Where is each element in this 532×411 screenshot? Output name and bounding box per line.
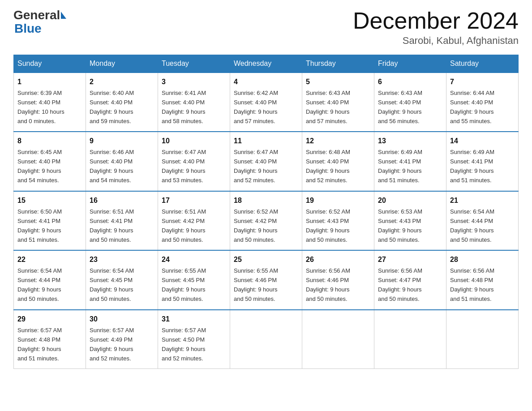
weekday-header-row: Sunday Monday Tuesday Wednesday Thursday… — [14, 55, 519, 73]
day-number: 17 — [162, 195, 226, 206]
day-number: 16 — [90, 195, 154, 206]
day-number: 31 — [162, 314, 226, 325]
day-number: 3 — [162, 77, 226, 88]
day-info: Sunrise: 6:51 AMSunset: 4:42 PMDaylight:… — [162, 208, 206, 243]
page-header: General Blue December 2024 Sarobi, Kabul… — [13, 9, 519, 47]
day-number: 26 — [306, 254, 370, 265]
calendar-day-cell: 14Sunrise: 6:49 AMSunset: 4:41 PMDayligh… — [446, 132, 519, 191]
calendar-week-row: 8Sunrise: 6:45 AMSunset: 4:40 PMDaylight… — [14, 132, 519, 191]
location-title: Sarobi, Kabul, Afghanistan — [353, 35, 519, 47]
day-number: 7 — [450, 77, 515, 88]
calendar-day-cell: 8Sunrise: 6:45 AMSunset: 4:40 PMDaylight… — [14, 132, 86, 191]
day-info: Sunrise: 6:52 AMSunset: 4:42 PMDaylight:… — [234, 208, 278, 243]
header-wednesday: Wednesday — [230, 55, 302, 73]
day-number: 23 — [90, 254, 154, 265]
calendar-day-cell: 23Sunrise: 6:54 AMSunset: 4:45 PMDayligh… — [86, 250, 158, 309]
day-number: 8 — [17, 136, 82, 147]
day-info: Sunrise: 6:48 AMSunset: 4:40 PMDaylight:… — [306, 149, 350, 184]
header-thursday: Thursday — [302, 55, 374, 73]
title-area: December 2024 Sarobi, Kabul, Afghanistan — [353, 9, 519, 47]
day-number: 13 — [378, 136, 442, 147]
header-sunday: Sunday — [14, 55, 86, 73]
day-number: 12 — [306, 136, 370, 147]
calendar-day-cell: 29Sunrise: 6:57 AMSunset: 4:48 PMDayligh… — [14, 310, 86, 369]
day-number: 28 — [450, 254, 515, 265]
calendar-day-cell: 6Sunrise: 6:43 AMSunset: 4:40 PMDaylight… — [374, 73, 446, 132]
calendar-day-cell: 2Sunrise: 6:40 AMSunset: 4:40 PMDaylight… — [86, 73, 158, 132]
day-info: Sunrise: 6:53 AMSunset: 4:43 PMDaylight:… — [378, 208, 422, 243]
calendar-day-cell: 26Sunrise: 6:56 AMSunset: 4:46 PMDayligh… — [302, 250, 374, 309]
calendar-day-cell: 25Sunrise: 6:55 AMSunset: 4:46 PMDayligh… — [230, 250, 302, 309]
day-number: 11 — [234, 136, 298, 147]
calendar-day-cell: 24Sunrise: 6:55 AMSunset: 4:45 PMDayligh… — [158, 250, 230, 309]
day-info: Sunrise: 6:46 AMSunset: 4:40 PMDaylight:… — [90, 149, 134, 184]
calendar-day-cell: 19Sunrise: 6:52 AMSunset: 4:43 PMDayligh… — [302, 191, 374, 250]
calendar-day-cell: 3Sunrise: 6:41 AMSunset: 4:40 PMDaylight… — [158, 73, 230, 132]
day-info: Sunrise: 6:56 AMSunset: 4:47 PMDaylight:… — [378, 267, 422, 302]
header-friday: Friday — [374, 55, 446, 73]
header-tuesday: Tuesday — [158, 55, 230, 73]
calendar-day-cell — [374, 310, 446, 369]
calendar-day-cell: 21Sunrise: 6:54 AMSunset: 4:44 PMDayligh… — [446, 191, 519, 250]
day-info: Sunrise: 6:39 AMSunset: 4:40 PMDaylight:… — [17, 90, 64, 124]
logo-general: General — [13, 9, 66, 21]
calendar-day-cell: 5Sunrise: 6:43 AMSunset: 4:40 PMDaylight… — [302, 73, 374, 132]
day-number: 18 — [234, 195, 298, 206]
day-info: Sunrise: 6:45 AMSunset: 4:40 PMDaylight:… — [17, 149, 62, 184]
calendar-day-cell: 10Sunrise: 6:47 AMSunset: 4:40 PMDayligh… — [158, 132, 230, 191]
calendar-day-cell: 7Sunrise: 6:44 AMSunset: 4:40 PMDaylight… — [446, 73, 519, 132]
day-number: 14 — [450, 136, 515, 147]
day-info: Sunrise: 6:52 AMSunset: 4:43 PMDaylight:… — [306, 208, 350, 243]
day-info: Sunrise: 6:56 AMSunset: 4:46 PMDaylight:… — [306, 267, 350, 302]
day-number: 5 — [306, 77, 370, 88]
calendar-day-cell: 18Sunrise: 6:52 AMSunset: 4:42 PMDayligh… — [230, 191, 302, 250]
header-saturday: Saturday — [446, 55, 519, 73]
day-info: Sunrise: 6:42 AMSunset: 4:40 PMDaylight:… — [234, 90, 278, 124]
calendar-week-row: 15Sunrise: 6:50 AMSunset: 4:41 PMDayligh… — [14, 191, 519, 250]
calendar-day-cell: 13Sunrise: 6:49 AMSunset: 4:41 PMDayligh… — [374, 132, 446, 191]
day-info: Sunrise: 6:49 AMSunset: 4:41 PMDaylight:… — [378, 149, 422, 184]
calendar-day-cell: 1Sunrise: 6:39 AMSunset: 4:40 PMDaylight… — [14, 73, 86, 132]
day-number: 27 — [378, 254, 442, 265]
day-number: 4 — [234, 77, 298, 88]
day-number: 30 — [90, 314, 154, 325]
day-info: Sunrise: 6:47 AMSunset: 4:40 PMDaylight:… — [234, 149, 278, 184]
day-info: Sunrise: 6:51 AMSunset: 4:41 PMDaylight:… — [90, 208, 134, 243]
calendar-day-cell: 17Sunrise: 6:51 AMSunset: 4:42 PMDayligh… — [158, 191, 230, 250]
calendar-week-row: 1Sunrise: 6:39 AMSunset: 4:40 PMDaylight… — [14, 73, 519, 132]
day-info: Sunrise: 6:40 AMSunset: 4:40 PMDaylight:… — [90, 90, 134, 124]
day-number: 9 — [90, 136, 154, 147]
calendar-day-cell: 9Sunrise: 6:46 AMSunset: 4:40 PMDaylight… — [86, 132, 158, 191]
calendar-week-row: 29Sunrise: 6:57 AMSunset: 4:48 PMDayligh… — [14, 310, 519, 369]
calendar-day-cell — [230, 310, 302, 369]
day-number: 29 — [17, 314, 82, 325]
day-info: Sunrise: 6:56 AMSunset: 4:48 PMDaylight:… — [450, 267, 494, 302]
day-info: Sunrise: 6:54 AMSunset: 4:44 PMDaylight:… — [450, 208, 494, 243]
calendar-day-cell: 30Sunrise: 6:57 AMSunset: 4:49 PMDayligh… — [86, 310, 158, 369]
day-info: Sunrise: 6:43 AMSunset: 4:40 PMDaylight:… — [306, 90, 350, 124]
day-number: 25 — [234, 254, 298, 265]
day-info: Sunrise: 6:41 AMSunset: 4:40 PMDaylight:… — [162, 90, 206, 124]
day-number: 15 — [17, 195, 82, 206]
day-info: Sunrise: 6:50 AMSunset: 4:41 PMDaylight:… — [17, 208, 62, 243]
day-number: 1 — [17, 77, 82, 88]
logo-row1: General — [13, 9, 66, 21]
calendar-day-cell: 31Sunrise: 6:57 AMSunset: 4:50 PMDayligh… — [158, 310, 230, 369]
calendar-day-cell: 27Sunrise: 6:56 AMSunset: 4:47 PMDayligh… — [374, 250, 446, 309]
calendar-day-cell: 20Sunrise: 6:53 AMSunset: 4:43 PMDayligh… — [374, 191, 446, 250]
day-number: 24 — [162, 254, 226, 265]
day-info: Sunrise: 6:54 AMSunset: 4:45 PMDaylight:… — [90, 267, 134, 302]
day-number: 22 — [17, 254, 82, 265]
calendar-day-cell: 4Sunrise: 6:42 AMSunset: 4:40 PMDaylight… — [230, 73, 302, 132]
day-number: 20 — [378, 195, 442, 206]
day-info: Sunrise: 6:57 AMSunset: 4:49 PMDaylight:… — [90, 327, 134, 362]
day-info: Sunrise: 6:55 AMSunset: 4:46 PMDaylight:… — [234, 267, 278, 302]
logo-arrow-icon — [61, 12, 66, 19]
day-number: 6 — [378, 77, 442, 88]
day-number: 2 — [90, 77, 154, 88]
calendar-day-cell: 11Sunrise: 6:47 AMSunset: 4:40 PMDayligh… — [230, 132, 302, 191]
day-info: Sunrise: 6:55 AMSunset: 4:45 PMDaylight:… — [162, 267, 206, 302]
day-info: Sunrise: 6:57 AMSunset: 4:50 PMDaylight:… — [162, 327, 206, 362]
day-info: Sunrise: 6:54 AMSunset: 4:44 PMDaylight:… — [17, 267, 62, 302]
day-info: Sunrise: 6:43 AMSunset: 4:40 PMDaylight:… — [378, 90, 422, 124]
